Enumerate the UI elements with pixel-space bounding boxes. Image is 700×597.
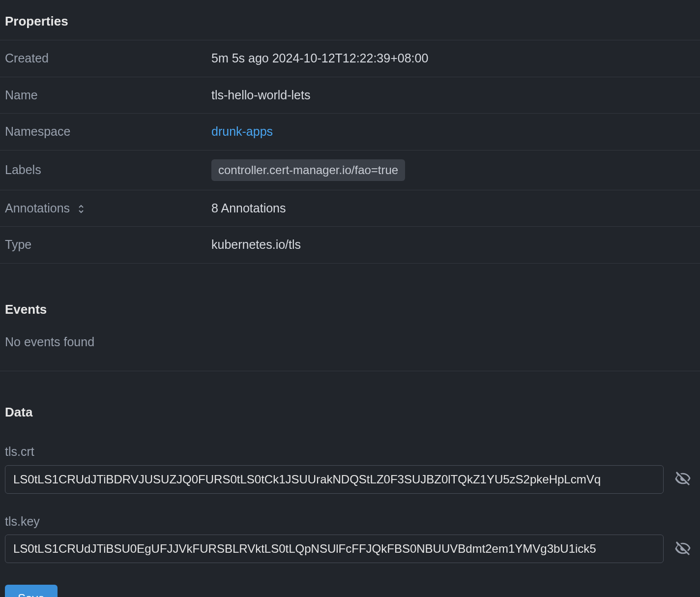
tls-crt-label: tls.crt: [0, 431, 700, 465]
events-heading: Events: [0, 288, 700, 328]
label-type: Type: [0, 227, 206, 264]
row-type: Type kubernetes.io/tls: [0, 227, 700, 264]
data-heading: Data: [0, 391, 700, 431]
row-name: Name tls-hello-world-lets: [0, 77, 700, 114]
label-created: Created: [0, 40, 206, 77]
label-annotations: Annotations: [5, 201, 70, 215]
row-namespace: Namespace drunk-apps: [0, 114, 700, 150]
label-name: Name: [0, 77, 206, 114]
value-annotations: 8 Annotations: [206, 190, 700, 227]
tls-key-label: tls.key: [0, 501, 700, 535]
toggle-visibility-tls-key[interactable]: [671, 537, 694, 561]
label-namespace: Namespace: [0, 114, 206, 150]
value-type: kubernetes.io/tls: [206, 227, 700, 264]
expand-annotations-icon[interactable]: [78, 205, 84, 213]
toggle-visibility-tls-crt[interactable]: [671, 467, 694, 491]
label-chip[interactable]: controller.cert-manager.io/fao=true: [211, 159, 405, 181]
row-annotations: Annotations 8 Annotations: [0, 190, 700, 227]
namespace-link[interactable]: drunk-apps: [211, 124, 273, 138]
label-labels: Labels: [0, 150, 206, 190]
properties-heading: Properties: [0, 0, 700, 40]
value-name: tls-hello-world-lets: [206, 77, 700, 114]
eye-off-icon: [674, 540, 691, 558]
save-button[interactable]: Save: [5, 585, 58, 597]
value-created: 5m 5s ago 2024-10-12T12:22:39+08:00: [206, 40, 700, 77]
tls-crt-input[interactable]: [5, 465, 664, 494]
row-labels: Labels controller.cert-manager.io/fao=tr…: [0, 150, 700, 190]
tls-key-input[interactable]: [5, 535, 664, 563]
eye-off-icon: [674, 470, 691, 488]
properties-table: Created 5m 5s ago 2024-10-12T12:22:39+08…: [0, 40, 700, 264]
row-created: Created 5m 5s ago 2024-10-12T12:22:39+08…: [0, 40, 700, 77]
events-empty: No events found: [0, 328, 700, 372]
